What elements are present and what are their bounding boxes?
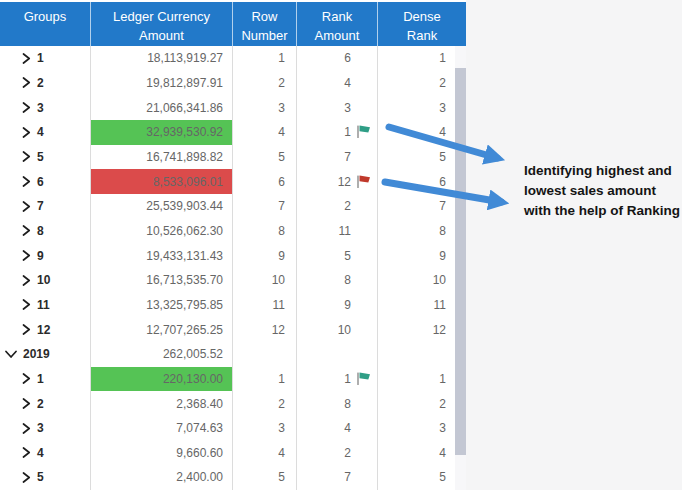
- row-number-value: 2: [278, 397, 285, 411]
- rank-amount-cell: 8: [297, 391, 378, 416]
- table-row[interactable]: 1212,707,265.25121012: [0, 317, 466, 342]
- rank-amount-value: 10: [338, 323, 351, 337]
- group-cell: 2019: [0, 342, 91, 367]
- chevron-right-icon[interactable]: [22, 176, 31, 187]
- chevron-right-icon[interactable]: [22, 398, 31, 409]
- column-header-label: Rank: [407, 26, 437, 45]
- table-row[interactable]: 49,660.60424: [0, 441, 466, 466]
- chevron-right-icon[interactable]: [22, 324, 31, 335]
- column-header-rank-amount[interactable]: Rank Amount: [297, 2, 378, 46]
- rank-amount-value: 6: [344, 51, 351, 65]
- ledger-amount-value: 16,713,535.70: [146, 273, 223, 287]
- table-row[interactable]: 516,741,898.82575: [0, 145, 466, 170]
- chevron-right-icon[interactable]: [22, 423, 31, 434]
- rank-amount-cell: 2: [297, 441, 378, 466]
- dense-rank-value: 4: [439, 446, 446, 460]
- chevron-right-icon[interactable]: [22, 275, 31, 286]
- column-header-dense-rank[interactable]: Dense Rank: [378, 2, 466, 46]
- table-row[interactable]: 219,812,897.91242: [0, 71, 466, 96]
- column-header-groups[interactable]: Groups: [0, 2, 91, 46]
- group-label: 12: [37, 323, 50, 337]
- group-cell: 5: [0, 465, 91, 490]
- chevron-right-icon[interactable]: [22, 472, 31, 483]
- group-label: 11: [37, 298, 50, 312]
- group-cell: 10: [0, 268, 91, 293]
- rank-amount-value: 2: [344, 446, 351, 460]
- table-row[interactable]: 37,074.63343: [0, 416, 466, 441]
- dense-rank-cell: 1: [378, 367, 466, 392]
- chevron-right-icon[interactable]: [22, 151, 31, 162]
- table-row[interactable]: 22,368.40282: [0, 391, 466, 416]
- group-label: 2019: [23, 347, 50, 361]
- table-header-row: Groups Ledger Currency Amount Row Number…: [0, 2, 466, 46]
- chevron-right-icon[interactable]: [22, 250, 31, 261]
- vertical-scrollbar[interactable]: [455, 46, 466, 490]
- column-header-row-number[interactable]: Row Number: [233, 2, 297, 46]
- chevron-right-icon[interactable]: [22, 373, 31, 384]
- chevron-right-icon[interactable]: [22, 53, 31, 64]
- ledger-amount-cell: 19,812,897.91: [91, 71, 233, 96]
- row-number-cell: 4: [233, 441, 297, 466]
- table-row[interactable]: 919,433,131.43959: [0, 243, 466, 268]
- row-number-cell: 3: [233, 416, 297, 441]
- dense-rank-cell: 2: [378, 71, 466, 96]
- table-row[interactable]: 1016,713,535.7010810: [0, 268, 466, 293]
- table-row[interactable]: 118,113,919.27161: [0, 46, 466, 71]
- flag-slot: [351, 75, 371, 91]
- rank-amount-value: 1: [344, 372, 351, 386]
- group-cell: 2: [0, 71, 91, 96]
- chevron-down-icon[interactable]: [5, 350, 17, 359]
- ledger-amount-value: 32,939,530.92: [146, 125, 223, 139]
- group-label: 5: [37, 150, 44, 164]
- chevron-right-icon[interactable]: [22, 77, 31, 88]
- chevron-right-icon[interactable]: [22, 447, 31, 458]
- table-row[interactable]: 725,539,903.44727: [0, 194, 466, 219]
- scrollbar-thumb[interactable]: [455, 68, 466, 455]
- chevron-right-icon[interactable]: [22, 225, 31, 236]
- ledger-amount-cell: 16,741,898.82: [91, 145, 233, 170]
- group-cell: 4: [0, 120, 91, 145]
- dense-rank-cell: 9: [378, 243, 466, 268]
- chevron-right-icon[interactable]: [22, 102, 31, 113]
- chevron-right-icon[interactable]: [22, 127, 31, 138]
- group-cell: 1: [0, 367, 91, 392]
- flag-slot: [351, 124, 371, 140]
- row-number-cell: 7: [233, 194, 297, 219]
- rank-amount-cell: 4: [297, 416, 378, 441]
- dense-rank-cell: 1: [378, 46, 466, 71]
- table-row[interactable]: 68,533,096.016126: [0, 169, 466, 194]
- flag-slot: [351, 371, 371, 387]
- group-cell: 2: [0, 391, 91, 416]
- chevron-right-icon[interactable]: [22, 201, 31, 212]
- table-row[interactable]: 1113,325,795.8511911: [0, 293, 466, 318]
- flag-slot: [351, 174, 371, 190]
- column-header-ledger-currency-amount[interactable]: Ledger Currency Amount: [91, 2, 233, 46]
- group-cell: 12: [0, 317, 91, 342]
- group-label: 3: [37, 101, 44, 115]
- table-row[interactable]: 1220,130.00111: [0, 367, 466, 392]
- table-row[interactable]: 321,066,341.86333: [0, 95, 466, 120]
- rank-amount-cell: 7: [297, 465, 378, 490]
- row-number-cell: 5: [233, 145, 297, 170]
- dense-rank-value: 1: [439, 51, 446, 65]
- flag-slot: [351, 322, 371, 338]
- table-row[interactable]: 432,939,530.92414: [0, 120, 466, 145]
- table-row[interactable]: 810,526,062.308118: [0, 219, 466, 244]
- ledger-amount-cell: 2,368.40: [91, 391, 233, 416]
- canvas-background: [466, 0, 682, 490]
- row-number-value: 5: [278, 150, 285, 164]
- ledger-amount-cell: 7,074.63: [91, 416, 233, 441]
- ledger-amount-cell: 8,533,096.01: [91, 169, 233, 194]
- ledger-amount-value: 262,005.52: [163, 347, 223, 361]
- table-row[interactable]: 2019262,005.52: [0, 342, 466, 367]
- dense-rank-cell: 4: [378, 120, 466, 145]
- annotation-text: Identifying highest and lowest sales amo…: [524, 161, 682, 221]
- dense-rank-value: 10: [433, 273, 446, 287]
- chevron-right-icon[interactable]: [22, 299, 31, 310]
- group-label: 2: [37, 76, 44, 90]
- group-label: 4: [37, 125, 44, 139]
- row-number-value: 8: [278, 224, 285, 238]
- group-cell: 7: [0, 194, 91, 219]
- rank-amount-value: 7: [344, 150, 351, 164]
- table-row[interactable]: 52,400.00575: [0, 465, 466, 490]
